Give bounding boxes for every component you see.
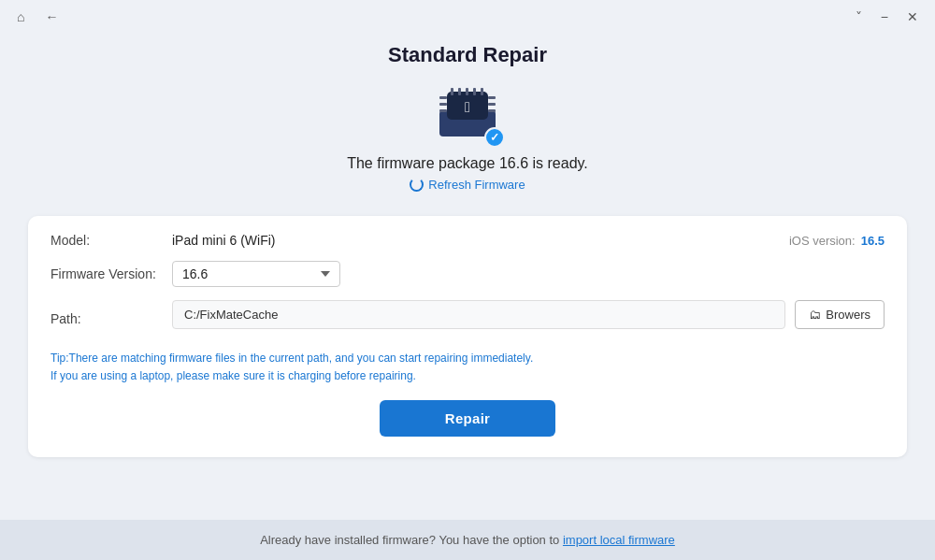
refresh-firmware-label: Refresh Firmware: [428, 178, 525, 192]
ios-version-label: iOS version:: [789, 234, 856, 248]
chevron-down-icon: ˅: [856, 9, 862, 24]
firmware-ready-text: The firmware package 16.6 is ready.: [347, 155, 588, 172]
info-card: Model: iPad mini 6 (WiFi) iOS version: 1…: [28, 216, 907, 457]
back-arrow-icon: ←: [45, 9, 58, 24]
model-left: Model: iPad mini 6 (WiFi): [50, 233, 275, 248]
svg-rect-10: [458, 88, 461, 95]
svg-rect-12: [473, 88, 476, 95]
svg-text:: : [465, 99, 470, 115]
svg-rect-5: [439, 109, 447, 112]
path-row: Path: 🗂 Browers: [50, 300, 885, 337]
svg-rect-4: [439, 103, 447, 106]
chevron-button[interactable]: ˅: [850, 7, 868, 26]
close-button[interactable]: ✕: [901, 7, 924, 26]
back-button[interactable]: ←: [39, 7, 64, 26]
firmware-version-row: Firmware Version: 16.6 16.5 16.4: [50, 261, 885, 287]
title-bar: ⌂ ← ˅ − ✕: [0, 0, 935, 34]
tip-text: Tip:There are matching firmware files in…: [50, 350, 885, 385]
minimize-icon: −: [881, 9, 888, 24]
refresh-icon: [410, 178, 424, 192]
model-ios-row: Model: iPad mini 6 (WiFi) iOS version: 1…: [50, 233, 885, 248]
page-title: Standard Repair: [388, 43, 547, 67]
home-button[interactable]: ⌂: [11, 7, 30, 26]
path-label: Path:: [50, 311, 172, 326]
folder-icon: 🗂: [809, 308, 821, 322]
check-badge: ✓: [484, 127, 505, 148]
svg-rect-11: [466, 88, 468, 95]
main-content: Standard Repair : [0, 34, 935, 520]
minimize-button[interactable]: −: [875, 7, 894, 26]
ios-version-value: 16.5: [861, 234, 885, 248]
tip-line-2: If you are using a laptop, please make s…: [50, 367, 885, 385]
close-icon: ✕: [907, 9, 918, 24]
svg-rect-13: [481, 88, 483, 95]
model-value: iPad mini 6 (WiFi): [172, 233, 275, 248]
footer-text: Already have installed firmware? You hav…: [260, 533, 563, 547]
firmware-version-label: Firmware Version:: [50, 266, 172, 281]
chip-icon-wrapper:  ✓: [430, 82, 505, 148]
browse-button[interactable]: 🗂 Browers: [795, 300, 885, 329]
model-label: Model:: [50, 233, 172, 248]
svg-rect-8: [488, 109, 496, 112]
svg-rect-7: [488, 103, 496, 106]
svg-rect-3: [439, 96, 447, 99]
path-input-row: 🗂 Browers: [172, 300, 885, 329]
svg-rect-9: [451, 88, 453, 95]
firmware-version-select[interactable]: 16.6 16.5 16.4: [172, 261, 340, 287]
title-bar-left: ⌂ ←: [11, 7, 64, 26]
home-icon: ⌂: [17, 9, 24, 24]
import-local-firmware-link[interactable]: import local firmware: [563, 533, 675, 547]
icon-area:  ✓ The firmware package 16.6 is ready.: [347, 82, 588, 207]
path-input[interactable]: [172, 300, 785, 329]
ios-right: iOS version: 16.5: [789, 234, 885, 248]
tip-line-1: Tip:There are matching firmware files in…: [50, 350, 885, 367]
refresh-firmware-link[interactable]: Refresh Firmware: [410, 178, 525, 192]
browse-label: Browers: [826, 308, 870, 322]
svg-rect-6: [488, 96, 496, 99]
title-bar-right: ˅ − ✕: [850, 7, 924, 26]
repair-button[interactable]: Repair: [380, 400, 556, 437]
footer: Already have installed firmware? You hav…: [0, 520, 935, 560]
